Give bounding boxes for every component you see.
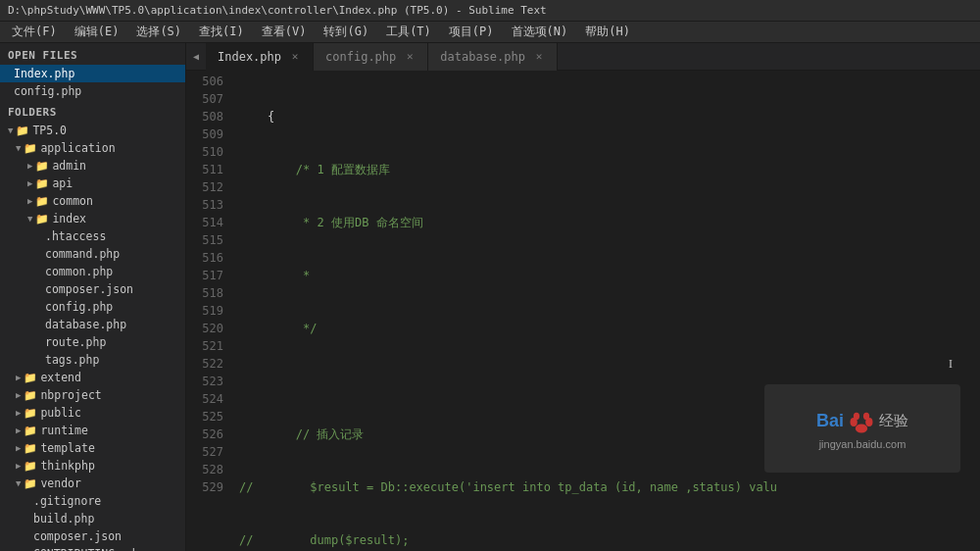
folder-application[interactable]: ▼ 📁 application [0,139,185,157]
file-contributing[interactable]: CONTRIBUTING.md [0,545,185,551]
ln-517: 517 [186,267,223,284]
main-layout: OPEN FILES Index.php config.php FOLDERS … [0,43,980,551]
file-gitignore[interactable]: .gitignore [0,492,185,510]
code-line-514: // dump($result); [239,531,980,549]
ln-520: 520 [186,320,223,337]
folder-thinkphp[interactable]: ▶ 📁 thinkphp [0,457,185,475]
tab-nav-left[interactable]: ◀ [186,43,206,71]
code-line-506: { [239,108,980,125]
arrow-icon: ▶ [16,408,21,418]
ln-512: 512 [186,178,223,196]
code-line-512: // 插入记录 [239,426,980,443]
folder-runtime[interactable]: ▶ 📁 runtime [0,422,185,439]
folder-public-label: public [40,406,81,420]
folder-icon: 📁 [35,160,49,173]
folder-icon: 📁 [35,177,49,190]
folder-template-label: template [40,441,94,455]
title-bar: D:\phpStudy\WWW\TP5.0\application\index\… [0,0,980,22]
folder-template[interactable]: ▶ 📁 template [0,439,185,457]
menu-edit[interactable]: 编辑(E) [67,22,127,42]
arrow-icon: ▶ [16,426,21,435]
file-composer-json[interactable]: composer.json [0,280,185,298]
arrow-icon: ▶ [27,161,32,171]
file-htaccess[interactable]: .htaccess [0,227,185,245]
arrow-icon: ▶ [16,461,21,471]
file-tags[interactable]: tags.php [0,351,185,369]
code-content: { /* 1 配置数据库 * 2 使用DB 命名空间 * */ // 插入记录 … [235,71,980,551]
line-numbers: 506 507 508 509 510 511 512 513 514 515 … [186,71,235,551]
ln-524: 524 [186,390,223,408]
tab-database-close[interactable]: ✕ [531,49,547,65]
ln-515: 515 [186,231,223,249]
ln-506: 506 [186,73,223,90]
folder-thinkphp-label: thinkphp [40,459,94,473]
menu-tools[interactable]: 工具(T) [378,22,439,42]
folder-icon: 📁 [24,142,37,155]
menu-select[interactable]: 选择(S) [128,22,189,42]
ln-521: 521 [186,337,223,355]
folder-common-label: common [52,194,93,208]
open-files-label: OPEN FILES [0,43,185,65]
folder-icon: 📁 [24,477,37,490]
arrow-icon: ▶ [16,390,21,400]
menu-goto[interactable]: 转到(G) [316,22,376,42]
code-line-511 [239,373,980,390]
folder-nbproject[interactable]: ▶ 📁 nbproject [0,386,185,404]
folder-api[interactable]: ▶ 📁 api [0,175,185,192]
file-command[interactable]: command.php [0,245,185,263]
folder-icon: 📁 [24,425,37,437]
folder-index[interactable]: ▼ 📁 index [0,210,185,227]
tab-index-close[interactable]: ✕ [287,49,303,65]
sidebar-open-file-index[interactable]: Index.php [0,65,185,82]
ln-514: 514 [186,214,223,231]
menu-view[interactable]: 查看(V) [254,22,315,42]
arrow-icon: ▶ [16,373,21,382]
code-area: 506 507 508 509 510 511 512 513 514 515 … [186,71,980,551]
file-route[interactable]: route.php [0,333,185,351]
arrow-icon: ▼ [16,478,21,488]
menu-preferences[interactable]: 首选项(N) [504,22,576,42]
file-build[interactable]: build.php [0,510,185,527]
menu-project[interactable]: 项目(P) [441,22,502,42]
menu-file[interactable]: 文件(F) [4,22,65,42]
folder-icon: 📁 [24,389,37,402]
folder-extend[interactable]: ▶ 📁 extend [0,369,185,386]
folder-icon: 📁 [35,195,49,208]
code-line-507: /* 1 配置数据库 [239,161,980,178]
folder-tp50[interactable]: ▼ 📁 TP5.0 [0,122,185,139]
folder-nbproject-label: nbproject [40,388,101,402]
menu-find[interactable]: 查找(I) [191,22,252,42]
folder-vendor[interactable]: ▼ 📁 vendor [0,475,185,492]
code-line-509: * [239,267,980,284]
folder-index-label: index [52,212,86,225]
arrow-icon: ▶ [27,196,32,206]
ln-511: 511 [186,161,223,178]
file-config[interactable]: config.php [0,298,185,316]
arrow-icon: ▶ [16,443,21,453]
ln-519: 519 [186,302,223,320]
ln-510: 510 [186,143,223,161]
ln-523: 523 [186,373,223,390]
tab-config[interactable]: config.php ✕ [314,43,428,71]
code-line-513: // $result = Db::execute('insert into tp… [239,478,980,496]
menu-help[interactable]: 帮助(H) [577,22,638,42]
sidebar-open-file-config[interactable]: config.php [0,82,185,100]
tab-index[interactable]: Index.php ✕ [206,43,314,71]
file-common[interactable]: common.php [0,263,185,280]
file-database[interactable]: database.php [0,316,185,333]
arrow-icon: ▼ [27,214,32,224]
ln-522: 522 [186,355,223,373]
ln-513: 513 [186,196,223,214]
file-composer-root[interactable]: composer.json [0,527,185,545]
folder-icon: 📁 [24,372,37,384]
tab-config-label: config.php [325,50,396,64]
folder-common[interactable]: ▶ 📁 common [0,192,185,210]
code-editor[interactable]: 506 507 508 509 510 511 512 513 514 515 … [186,71,980,551]
folder-admin[interactable]: ▶ 📁 admin [0,157,185,175]
ln-507: 507 [186,90,223,108]
tab-config-close[interactable]: ✕ [402,49,417,65]
tab-database[interactable]: database.php ✕ [428,43,558,71]
folder-public[interactable]: ▶ 📁 public [0,404,185,422]
ln-508: 508 [186,108,223,125]
ln-528: 528 [186,461,223,478]
